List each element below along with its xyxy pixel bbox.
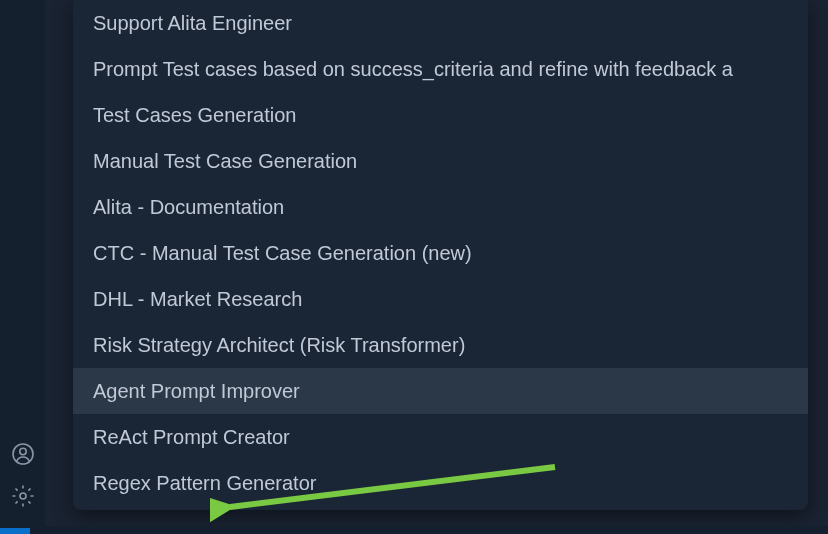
gear-icon[interactable] (9, 482, 37, 510)
dropdown-item[interactable]: Test Cases Generation (73, 92, 808, 138)
dropdown-item[interactable]: Prompt Test cases based on success_crite… (73, 46, 808, 92)
dropdown-item-label: Manual Test Case Generation (93, 150, 357, 172)
dropdown-item[interactable]: Alita - Documentation (73, 184, 808, 230)
dropdown-item[interactable]: Support Alita Engineer (73, 0, 808, 46)
dropdown-item[interactable]: Agent Prompt Improver (73, 368, 808, 414)
dropdown-item[interactable]: Regex Pattern Generator (73, 460, 808, 506)
left-rail (0, 0, 45, 534)
dropdown-item-label: Risk Strategy Architect (Risk Transforme… (93, 334, 465, 356)
dropdown-item[interactable]: Manual Test Case Generation (73, 138, 808, 184)
dropdown-item-label: Support Alita Engineer (93, 12, 292, 34)
dropdown-item-label: Alita - Documentation (93, 196, 284, 218)
dropdown-item-label: Test Cases Generation (93, 104, 296, 126)
dropdown-item-label: DHL - Market Research (93, 288, 302, 310)
svg-point-2 (20, 493, 26, 499)
dropdown-item[interactable]: ReAct Prompt Creator (73, 414, 808, 460)
dropdown-item-label: Regex Pattern Generator (93, 472, 316, 494)
dropdown-item[interactable]: CTC - Manual Test Case Generation (new) (73, 230, 808, 276)
dropdown-item[interactable]: DHL - Market Research (73, 276, 808, 322)
dropdown-item-label: CTC - Manual Test Case Generation (new) (93, 242, 472, 264)
dropdown-item-label: ReAct Prompt Creator (93, 426, 290, 448)
dropdown-panel: Support Alita Engineer Prompt Test cases… (73, 0, 808, 510)
status-bar-accent (0, 528, 30, 534)
account-icon[interactable] (9, 440, 37, 468)
svg-point-1 (19, 448, 25, 454)
dropdown-item[interactable]: Risk Strategy Architect (Risk Transforme… (73, 322, 808, 368)
dropdown-item-label: Agent Prompt Improver (93, 380, 300, 402)
status-bar (0, 526, 828, 534)
dropdown-item-label: Prompt Test cases based on success_crite… (93, 58, 733, 80)
